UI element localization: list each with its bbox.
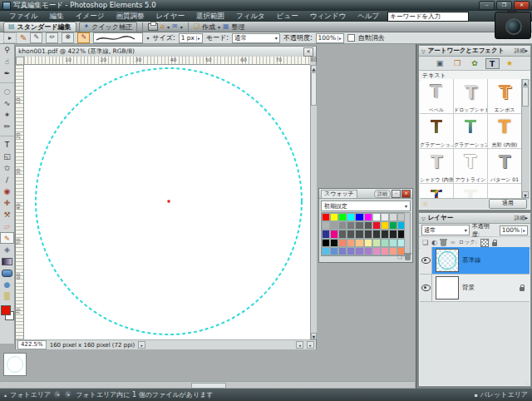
straighten-tool-icon[interactable]: ∕ (0, 174, 14, 186)
swatch[interactable] (389, 221, 397, 230)
artwork-item[interactable] (488, 184, 522, 198)
close-button[interactable]: ✕ (514, 1, 530, 10)
layers-more-button[interactable]: 詳細▸ (515, 215, 528, 222)
status-expand-icon[interactable]: ▸ (138, 341, 145, 349)
create-icon[interactable]: ❏ (194, 23, 200, 30)
vertical-scrollbar[interactable]: ▲ ▼ (310, 65, 317, 339)
swatch[interactable] (347, 221, 355, 230)
artwork-item[interactable]: Tパターン 01 (488, 149, 522, 184)
swatch[interactable] (372, 230, 381, 238)
swatch[interactable] (322, 221, 330, 230)
gradient-tool-icon[interactable] (0, 255, 14, 267)
artwork-item[interactable]: T (420, 184, 454, 198)
swatch[interactable] (364, 221, 372, 230)
organize-icon[interactable]: ▦ (223, 23, 229, 30)
swatch[interactable] (372, 213, 381, 221)
artwork-item[interactable]: Tアウトライン (454, 149, 488, 184)
visibility-cell[interactable] (420, 275, 432, 301)
swatch[interactable] (389, 213, 397, 221)
artwork-item[interactable]: Tベベル (420, 79, 454, 114)
brush-stroke-preview[interactable] (93, 32, 143, 43)
scroll-up-icon[interactable]: ▲ (311, 65, 317, 72)
palette-bin-toggle-icon[interactable]: ▪ (475, 392, 478, 398)
menu-item-画質調整[interactable]: 画質調整 (110, 11, 150, 22)
artwork-filter-effects-icon[interactable]: ✿ (468, 58, 482, 69)
paint-bucket-tool-icon[interactable]: ◈ (0, 244, 14, 255)
artwork-item[interactable]: T光彩 (内側) (488, 114, 522, 149)
swatch[interactable] (364, 230, 372, 238)
adjustment-layer-icon[interactable]: ◐ (431, 239, 437, 246)
blend-mode-select[interactable]: 通常 ▾ (421, 225, 470, 235)
link-layers-icon[interactable]: ∞ (450, 239, 456, 246)
layer-row-background[interactable]: 背景 (420, 275, 530, 302)
artwork-item[interactable]: T (454, 184, 488, 198)
delete-layer-icon[interactable] (441, 240, 446, 246)
favorite-star-icon[interactable]: ☆ (422, 200, 428, 208)
selection-brush-tool-icon[interactable]: ✏ (0, 121, 14, 132)
swatch[interactable] (381, 239, 389, 247)
shape-tool-icon[interactable] (0, 267, 14, 279)
artwork-item[interactable]: Tグラデーショ... (420, 114, 454, 149)
swatches-minimize-icon[interactable]: – (392, 190, 401, 198)
swatch[interactable] (389, 239, 397, 247)
swatches-tab[interactable]: スウォッチ (321, 190, 357, 198)
restore-button[interactable]: ❐ (496, 1, 512, 10)
share-dropdown-icon[interactable]: ▾ (167, 24, 170, 30)
swatch[interactable] (364, 213, 372, 221)
zoom-tool-icon[interactable]: ⚲ (0, 44, 14, 56)
impressionist-brush-button[interactable]: ❋ (62, 32, 74, 43)
menu-item-ビュー[interactable]: ビュー (271, 11, 304, 22)
scroll-left-icon[interactable]: ◂ (296, 341, 303, 349)
swatch[interactable] (338, 230, 347, 238)
new-swatch-icon[interactable]: ❏ (397, 254, 402, 260)
document-close-icon[interactable]: ✕ (303, 47, 313, 57)
opacity-field[interactable]: 100% ▸ (316, 33, 344, 43)
menu-item-編集[interactable]: 編集 (44, 11, 70, 22)
menu-item-レイヤー[interactable]: レイヤー (150, 11, 190, 22)
artwork-item[interactable]: Tグラデーション (454, 114, 488, 149)
home-share-icon[interactable]: ⌂ (160, 23, 165, 30)
email-icon[interactable]: ✉ (172, 23, 178, 30)
artwork-filter-favorites-icon[interactable]: ★ (503, 58, 517, 69)
healing-brush-tool-icon[interactable]: ✚ (0, 197, 14, 209)
color-replacement-button[interactable]: ✎ (77, 32, 90, 43)
layers-opacity-spinner-icon[interactable]: ▸ (521, 228, 525, 233)
menu-item-フィルタ[interactable]: フィルタ (230, 11, 271, 22)
scroll-right-icon[interactable]: ▸ (307, 341, 314, 349)
artwork-filter-artwork-icon[interactable]: ▣ (433, 58, 447, 69)
menu-item-選択範囲[interactable]: 選択範囲 (190, 11, 230, 22)
swatch[interactable] (372, 221, 381, 230)
mode-select[interactable]: 通常 ▾ (232, 33, 280, 43)
lock-all-icon[interactable] (492, 242, 497, 246)
eyedropper-tool-icon[interactable]: ✒ (0, 67, 14, 79)
artwork-palette-header[interactable]: ▽ アートワークとエフェクト 詳細▸ (419, 46, 530, 57)
swatch[interactable] (372, 239, 381, 247)
create-label[interactable]: 作成 (202, 22, 215, 32)
swatch[interactable] (381, 221, 389, 230)
swatch[interactable] (338, 221, 347, 230)
lock-transparency-icon[interactable] (480, 239, 489, 247)
email-dropdown-icon[interactable]: ▾ (180, 24, 183, 30)
previous-file-icon[interactable]: ◂ (54, 391, 62, 399)
pencil-mode-button[interactable]: ✎ (30, 32, 42, 43)
pencil-tool-icon[interactable]: ✎ (0, 232, 14, 244)
swatch[interactable] (322, 239, 330, 247)
lasso-tool-icon[interactable]: ∿ (0, 97, 14, 109)
eraser-tool-icon[interactable]: ▱ (0, 220, 14, 232)
layer-row-kijunsen[interactable]: 基準線 (420, 247, 530, 275)
size-field[interactable]: 1 px ▸ (179, 33, 203, 43)
artwork-item[interactable]: Tドロップシャドウ (454, 79, 488, 114)
menu-item-ウィンドウ[interactable]: ウィンドウ (304, 11, 352, 22)
layer-name[interactable]: 背景 (462, 284, 475, 292)
swatch[interactable] (330, 239, 338, 247)
organize-label[interactable]: 整理 (232, 22, 245, 32)
artwork-item[interactable]: Tエンボス (488, 79, 522, 114)
swatch[interactable] (347, 213, 355, 221)
artwork-scroll-up-icon[interactable]: ▲ (522, 79, 529, 86)
artwork-filter-text-icon[interactable]: T (485, 58, 500, 69)
zoom-level-field[interactable]: 422.5% (17, 340, 47, 349)
photo-bin-thumbnail[interactable] (3, 353, 27, 376)
menu-item-ファイル[interactable]: ファイル (3, 11, 44, 22)
artwork-item[interactable]: Tシャドウ (内側) (420, 149, 454, 184)
print-icon[interactable] (148, 23, 158, 31)
